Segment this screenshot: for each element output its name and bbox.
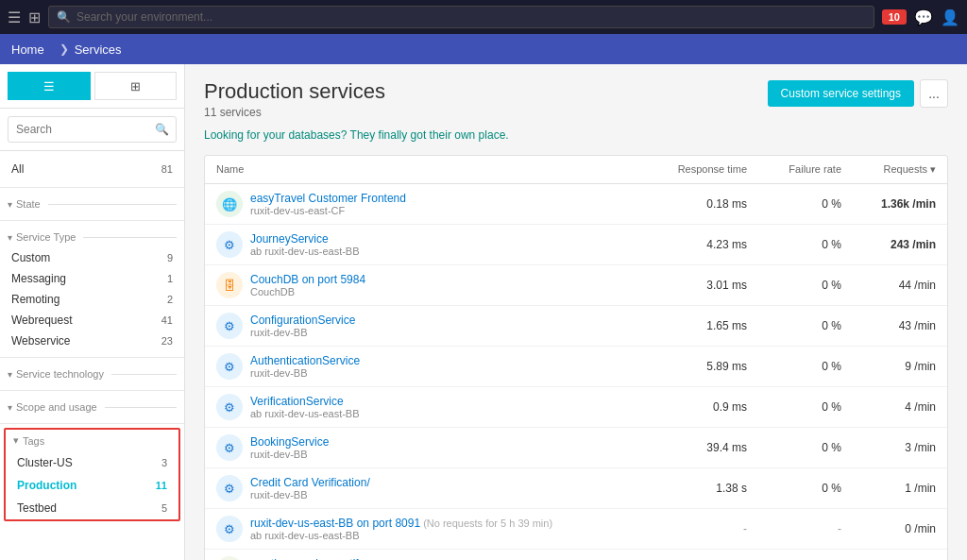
service-tech-caret-icon: ▾ [8,369,12,380]
table-row: ⚙ BookingService ruxit-dev-BB 39.4 ms 0 … [205,428,947,468]
notification-badge[interactable]: 10 [882,9,907,25]
service-info: ⚙ AuthenticationService ruxit-dev-BB [216,353,634,380]
service-type-item-count: 41 [161,314,173,326]
global-search-input[interactable] [76,10,866,24]
custom-service-button[interactable]: Custom service settings [768,80,914,107]
requests-value: 3 /min [841,441,936,454]
sidebar-tag-item[interactable]: Testbed5 [6,497,178,519]
service-icon: ⚙ [216,394,243,420]
main-layout: ☰ ⊞ 🔍 All 81 ▾ State [0,64,967,560]
failure-rate-value: 0 % [747,319,841,332]
sidebar-tag-item[interactable]: Cluster-US3 [6,451,178,474]
service-name-link[interactable]: AuthenticationService [250,354,360,367]
service-name-link[interactable]: ConfigurationService [250,314,355,327]
grid-view-icon: ⊞ [130,79,141,93]
table-row: 🌐 easyTravel Customer Frontend ruxit-dev… [205,184,947,225]
sidebar-service-type-item[interactable]: Webrequest41 [0,310,184,331]
tag-item-label: Production [17,479,76,492]
failure-rate-value: 0 % [747,197,841,211]
service-sub-label: ruxit-dev-BB [250,367,360,379]
sidebar-search-icon: 🔍 [155,123,169,136]
service-sub-label: ab ruxit-dev-us-east-BB [250,246,360,257]
page-title: Production services [204,79,385,104]
service-type-item-label: Remoting [11,293,59,306]
failure-rate-value: 0 % [747,238,841,251]
sidebar-service-tech-header[interactable]: ▾ Service technology [0,364,184,384]
sidebar-search-input[interactable] [8,116,177,143]
sidebar-state-header[interactable]: ▾ State [0,194,184,214]
service-icon: ⚙ [216,475,243,501]
page-title-group: Production services 11 services [204,79,385,119]
grid-icon[interactable]: ⊞ [28,8,41,26]
service-name-link[interactable]: Credit Card Verification/ [250,476,370,489]
service-name-wrap: BookingService ruxit-dev-BB [250,435,329,460]
sidebar-state-section: ▾ State [0,188,184,221]
failure-rate-value: 0 % [747,482,841,495]
list-icon: ☰ [43,79,55,93]
list-view-button[interactable]: ☰ [8,72,91,100]
sidebar-all-label: All [11,162,24,176]
requests-value: 9 /min [841,360,936,373]
requests-value: 243 /min [841,238,936,251]
service-info: ⚙ ruxit-dev-us-east-BB on port 8091 (No … [216,516,634,542]
service-sub-label: ruxit-dev-BB [250,449,329,460]
sidebar-tag-item[interactable]: Production11 [6,474,178,497]
breadcrumb-home[interactable]: Home [11,42,54,57]
failure-rate-value: 0 % [747,360,841,373]
service-name-link[interactable]: easyTravel Customer Frontend [250,192,406,205]
table-row: ⚙ JourneyService ab ruxit-dev-us-east-BB… [205,225,947,265]
user-icon[interactable]: 👤 [941,8,959,26]
service-type-item-count: 9 [167,252,173,263]
table-row: ⚙ VerificationService ab ruxit-dev-us-ea… [205,387,947,428]
sidebar-service-type-item[interactable]: Custom9 [0,247,184,268]
table-row: ⚙ AuthenticationService ruxit-dev-BB 5.8… [205,347,947,387]
service-type-caret-icon: ▾ [8,232,12,243]
col-header-response: Response time [634,163,747,176]
top-nav: ☰ ⊞ 🔍 10 💬 👤 [0,0,967,34]
service-name-link[interactable]: CouchDB on port 5984 [250,273,365,286]
service-info: ⚙ ConfigurationService ruxit-dev-BB [216,313,634,339]
response-time-value: 39.4 ms [634,441,747,454]
service-name-wrap: ruxit-dev-us-east-BB on port 8091 (No re… [250,517,552,541]
sidebar-all-count: 81 [161,163,173,175]
sidebar-service-type-item[interactable]: Remoting2 [0,289,184,310]
requests-value: 43 /min [841,319,936,332]
chat-icon[interactable]: 💬 [914,8,933,26]
response-time-value: 4.23 ms [634,238,747,251]
hamburger-icon[interactable]: ☰ [8,8,21,26]
service-tech-label: Service technology [16,368,104,380]
response-time-value: 1.38 s [634,482,747,495]
service-name-wrap: JourneyService ab ruxit-dev-us-east-BB [250,232,360,257]
service-sub-label: CouchDB [250,286,365,297]
service-tech-line [111,374,177,375]
sidebar-service-type-item[interactable]: Messaging1 [0,268,184,289]
info-banner[interactable]: Looking for your databases? They finally… [204,128,948,142]
service-name-link[interactable]: JourneyService [250,232,360,246]
service-icon: ⚙ [216,516,243,542]
service-name-link[interactable]: VerificationService [250,395,360,408]
service-name-link[interactable]: BookingService [250,435,329,449]
grid-view-button[interactable]: ⊞ [94,72,178,100]
sidebar-service-type-header[interactable]: ▾ Service Type [0,227,184,247]
service-sub-label: ab ruxit-dev-us-east-BB [250,408,360,419]
table-header: Name Response time Failure rate Requests… [205,156,947,184]
service-sub-label: ruxit-dev-us-east-CF [250,205,406,216]
table-row: ⚙ ruxit-dev-us-east-BB on port 8091 (No … [205,509,947,550]
sidebar-service-type-item[interactable]: Webservice23 [0,331,184,351]
more-options-button[interactable]: ... [920,79,948,108]
tag-item-label: Cluster-US [17,456,73,469]
tag-items: Cluster-US3Production11Testbed5 [6,451,178,519]
tags-caret-icon: ▾ [13,434,19,447]
sidebar: ☰ ⊞ 🔍 All 81 ▾ State [0,64,185,560]
no-request-note: (No requests for 5 h 39 min) [420,518,552,529]
sidebar-all-item[interactable]: All 81 [0,157,184,181]
service-sub-label: ruxit-dev-BB [250,327,355,338]
sidebar-scope-header[interactable]: ▾ Scope and usage [0,397,184,417]
service-info: ⚙ JourneyService ab ruxit-dev-us-east-BB [216,231,634,258]
service-name-link[interactable]: ruxit-dev-us-east-BB on port 8091 (No re… [250,517,552,530]
col-header-requests[interactable]: Requests ▾ [841,163,936,176]
service-info: ⚙ VerificationService ab ruxit-dev-us-ea… [216,394,634,420]
sidebar-tags-header[interactable]: ▾ Tags [6,430,178,451]
response-time-value: 1.65 ms [634,319,747,332]
requests-value: 1.36k /min [841,197,936,211]
